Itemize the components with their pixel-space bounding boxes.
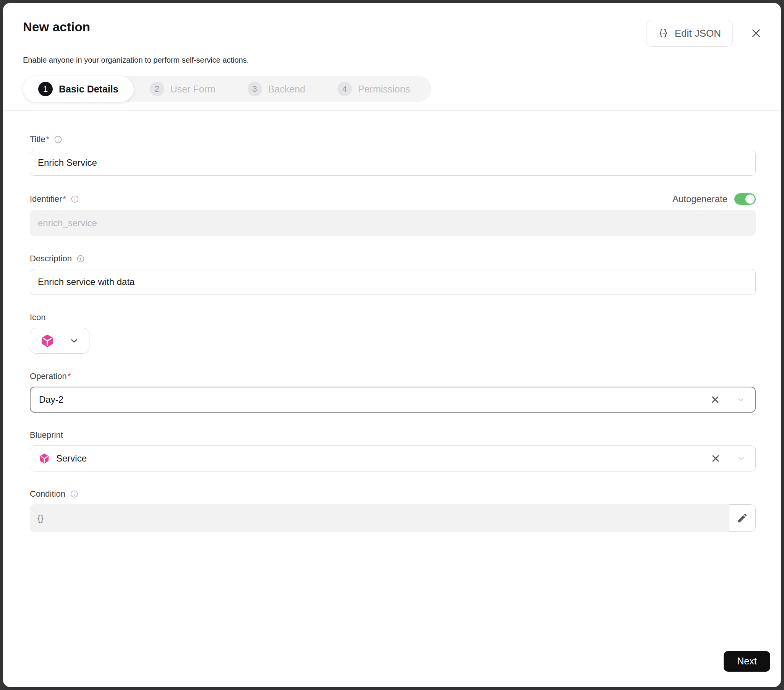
modal-subtitle: Enable anyone in your organization to pe… xyxy=(23,56,765,64)
step-number-badge: 4 xyxy=(338,82,352,96)
step-backend[interactable]: 3 Backend xyxy=(232,82,321,96)
icon-select-button[interactable] xyxy=(30,328,89,354)
blueprint-select[interactable]: Service xyxy=(30,445,756,471)
operation-label: Operation xyxy=(30,371,67,381)
info-icon[interactable] xyxy=(54,135,62,144)
edit-condition-button[interactable] xyxy=(729,504,756,532)
icon-field-group: Icon xyxy=(30,313,756,354)
identifier-field-group: Identifier* Autogenerate xyxy=(30,193,756,236)
step-label: Backend xyxy=(268,84,305,95)
info-icon[interactable] xyxy=(71,195,79,203)
operation-select[interactable]: Day-2 xyxy=(30,387,756,413)
required-asterisk: * xyxy=(46,135,49,145)
next-button[interactable]: Next xyxy=(724,651,770,672)
description-field-group: Description xyxy=(30,254,756,295)
edit-json-button[interactable]: Edit JSON xyxy=(646,20,733,47)
info-icon[interactable] xyxy=(70,490,78,498)
blueprint-label: Blueprint xyxy=(30,430,63,440)
edit-json-label: Edit JSON xyxy=(675,28,721,40)
required-asterisk: * xyxy=(63,194,66,204)
title-input[interactable] xyxy=(30,150,756,176)
operation-value: Day-2 xyxy=(39,394,63,405)
autogenerate-toggle[interactable] xyxy=(735,193,756,205)
chevron-down-icon[interactable] xyxy=(735,453,747,464)
modal-footer: Next xyxy=(3,635,781,687)
step-number-badge: 1 xyxy=(38,82,53,96)
service-cube-icon xyxy=(40,334,54,348)
step-label: Permissions xyxy=(358,84,410,95)
clear-selection-button[interactable] xyxy=(709,451,723,465)
description-input[interactable] xyxy=(30,269,756,295)
step-label: User Form xyxy=(170,84,216,95)
service-cube-icon xyxy=(39,453,50,464)
pencil-icon xyxy=(736,512,748,524)
close-button[interactable] xyxy=(747,25,765,42)
blueprint-value: Service xyxy=(56,453,87,464)
icon-label: Icon xyxy=(30,313,46,323)
title-field-group: Title* xyxy=(30,135,756,176)
stepper: 1 Basic Details 2 User Form 3 Backend 4 … xyxy=(23,76,432,102)
step-user-form[interactable]: 2 User Form xyxy=(134,82,232,96)
identifier-input xyxy=(30,210,756,236)
form-body: Title* Identifier* Autogenerat xyxy=(3,111,781,635)
step-number-badge: 3 xyxy=(247,82,262,96)
title-label: Title xyxy=(30,135,46,145)
step-permissions[interactable]: 4 Permissions xyxy=(321,82,426,96)
step-basic-details[interactable]: 1 Basic Details xyxy=(23,76,134,102)
condition-input xyxy=(30,504,729,532)
modal-header: New action Edit JSON xyxy=(3,3,781,111)
operation-field-group: Operation* Day-2 xyxy=(30,371,756,413)
autogenerate-label: Autogenerate xyxy=(672,194,728,204)
new-action-modal: New action Edit JSON xyxy=(3,3,781,687)
info-icon[interactable] xyxy=(76,254,85,263)
chevron-down-icon xyxy=(69,336,79,346)
page-title: New action xyxy=(23,20,90,35)
toggle-knob xyxy=(745,194,754,204)
blueprint-field-group: Blueprint Service xyxy=(30,430,756,471)
braces-code-icon xyxy=(658,28,669,39)
close-icon xyxy=(750,28,762,39)
step-number-badge: 2 xyxy=(150,82,164,96)
chevron-down-icon[interactable] xyxy=(735,394,746,405)
condition-label: Condition xyxy=(30,489,65,499)
identifier-label: Identifier xyxy=(30,194,62,204)
step-label: Basic Details xyxy=(59,84,119,95)
condition-field-group: Condition xyxy=(30,489,756,532)
required-asterisk: * xyxy=(68,371,71,381)
description-label: Description xyxy=(30,254,72,263)
clear-selection-button[interactable] xyxy=(708,393,722,407)
